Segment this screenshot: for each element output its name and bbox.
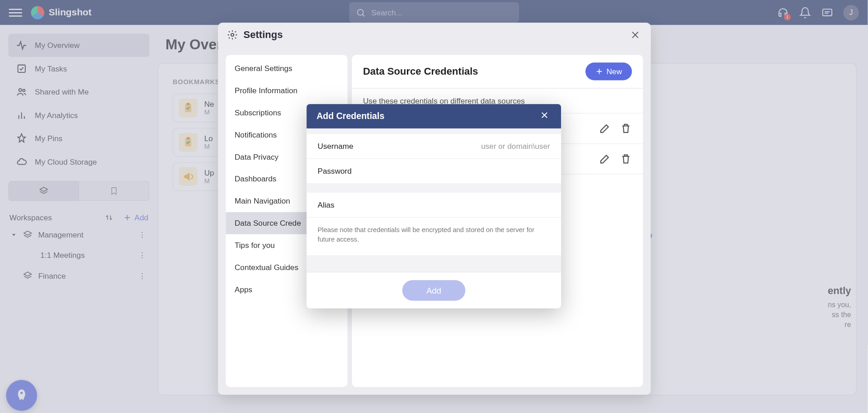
- dialog-title: Add Credentials: [316, 111, 384, 121]
- username-input[interactable]: [378, 142, 550, 151]
- username-label: Username: [318, 142, 379, 151]
- password-input[interactable]: [378, 166, 550, 176]
- trash-icon[interactable]: [620, 153, 632, 165]
- close-button[interactable]: [628, 28, 642, 41]
- alias-row: Alias: [307, 193, 561, 218]
- alias-label: Alias: [318, 200, 379, 209]
- add-button[interactable]: Add: [402, 280, 465, 300]
- username-row: Username: [307, 134, 561, 159]
- close-icon: [540, 111, 549, 120]
- add-credentials-dialog: Add Credentials Username Password Alias …: [307, 104, 561, 308]
- edit-icon[interactable]: [599, 153, 611, 165]
- edit-icon[interactable]: [599, 123, 611, 135]
- password-label: Password: [318, 166, 379, 176]
- alias-input[interactable]: [378, 200, 550, 209]
- encryption-note: Please note that credentials will be enc…: [307, 218, 561, 255]
- close-icon: [630, 30, 640, 40]
- new-button[interactable]: New: [585, 62, 632, 80]
- settings-nav-profile[interactable]: Profile Information: [226, 79, 347, 101]
- plus-icon: [595, 67, 603, 75]
- password-row: Password: [307, 159, 561, 184]
- panel-title: Data Source Credentials: [363, 66, 478, 77]
- trash-icon[interactable]: [620, 123, 632, 135]
- close-button[interactable]: [540, 111, 551, 122]
- svg-point-21: [231, 33, 234, 36]
- settings-nav-general[interactable]: General Settings: [226, 57, 347, 79]
- gear-icon: [227, 29, 238, 40]
- settings-title: Settings: [244, 29, 283, 41]
